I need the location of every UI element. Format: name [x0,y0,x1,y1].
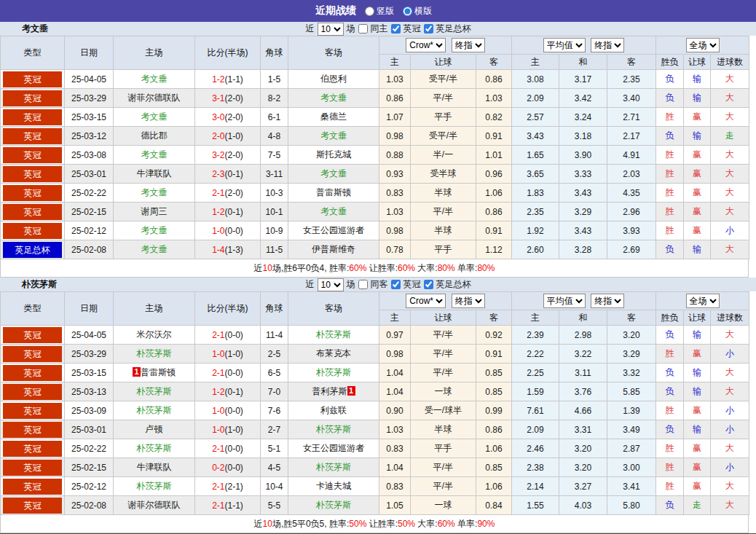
avg-draw-odds: 3.33 [559,165,607,184]
goals-result-cell: 小 [711,401,749,420]
col-header-away: 客场 [288,36,379,70]
horizontal-radio[interactable] [403,7,412,16]
date-cell: 25-02-12 [65,221,114,240]
goals-result-cell: 大 [711,146,749,165]
result-group-header: 全场 [656,36,749,55]
summary-text: 大率: [415,519,438,529]
cup-checkbox[interactable] [424,24,433,34]
sub-header-handicap-result: 让球 [684,310,711,326]
section-header: 朴茨茅斯 近 10 场 同客 英冠 英足总杯 [0,278,756,291]
score-cell: 2-1(0-0) [195,439,261,458]
cup-checkbox[interactable] [424,280,433,289]
date-cell: 25-03-29 [65,345,114,364]
goals-result-cell: 大 [711,203,749,221]
team-label: 谢周三 [141,206,168,216]
league-badge: 英冠 [3,441,62,457]
home-team-cell: 牛津联队 [114,165,195,184]
layout-option-vertical[interactable]: 竖版 [365,5,394,17]
score-cell: 2-1(0-0) [195,326,261,345]
team-label: 卡迪夫城 [316,481,351,491]
handicap-away-odds: 0.84 [476,496,512,515]
result-cell: 胜 [656,221,684,240]
league-checkbox[interactable] [391,280,401,289]
handicap-line: 一球 [411,496,476,515]
same-venue-checkbox[interactable] [358,280,368,289]
handicap-result-cell: 赢 [684,221,711,240]
handicap-home-odds: 0.98 [379,127,411,146]
handicap-away-odds: 0.85 [476,382,512,401]
score-cell: 2-1(1-1) [195,496,261,515]
goals-result-cell: 大 [711,70,749,89]
handicap-line: 平/半 [411,203,476,221]
bookmaker-period-select[interactable]: 终指 [452,38,485,52]
same-venue-checkbox[interactable] [358,24,368,34]
sub-header-home-odds: 主 [379,310,411,326]
handicap-line: 平/半 [411,89,476,108]
away-team-cell: 考文垂 [288,165,379,184]
match-row: 英冠25-03-01牛津联队2-3(0-1)3-11考文垂0.93受半球0.96… [1,165,749,184]
average-select[interactable]: 平均值 [543,294,586,308]
league-cell: 英冠 [1,364,65,382]
league-badge: 英冠 [3,479,62,495]
scope-select[interactable]: 全场 [686,294,720,308]
avg-home-odds: 2.60 [512,240,559,259]
scope-select[interactable]: 全场 [686,38,720,52]
average-period-select[interactable]: 终指 [591,294,624,308]
avg-away-odds: 2.96 [607,203,656,221]
date-cell: 25-02-22 [65,184,114,203]
team-label: 米尔沃尔 [137,329,172,339]
corners-cell: 10-4 [261,477,288,496]
date-cell: 25-03-13 [65,382,114,401]
games-label: 场 [347,278,355,291]
away-team-cell: 朴茨茅斯 [288,496,379,515]
bookmaker-select[interactable]: Crow* [406,38,446,52]
handicap-result-cell: 输 [684,382,711,401]
goals-result-cell: 大 [711,184,749,203]
handicap-away-odds: 1.06 [476,477,512,496]
league-badge: 英冠 [3,498,62,514]
corners-cell: 4-5 [261,458,288,477]
sub-header-avg-away: 客 [607,310,656,326]
goals-result-cell: 大 [711,439,749,458]
avg-away-odds: 3.40 [607,89,656,108]
average-select[interactable]: 平均值 [543,38,586,52]
average-period-select[interactable]: 终指 [591,38,624,52]
team-label: 桑德兰 [320,111,347,122]
handicap-away-odds: 0.91 [476,221,512,240]
away-team-cell: 朴茨茅斯 [288,458,379,477]
bookmaker-period-select[interactable]: 终指 [452,294,485,308]
fulltime-score: 2-3 [212,169,224,179]
fulltime-score: 1-4 [212,245,224,255]
league-cell: 英冠 [1,477,65,496]
same-venue-label: 同主 [371,23,388,35]
avg-draw-odds: 4.03 [559,496,607,515]
corners-cell: 3-11 [261,165,288,184]
team-label: 布莱克本 [316,348,351,358]
layout-option-horizontal[interactable]: 横版 [403,5,432,17]
team-label: 朴茨茅斯 [316,329,351,339]
avg-home-odds: 3.43 [512,127,559,146]
match-row: 英冠25-03-29谢菲尔德联队3-1(2-0)8-2考文垂0.86平/半1.0… [1,89,749,108]
summary-stat-value: 10 [263,263,272,273]
handicap-home-odds: 0.83 [379,184,411,203]
league-cell: 英冠 [1,420,65,439]
halftime-score: (1-1) [225,500,243,511]
matches-table: 类型 日期 主场 比分(半场) 角球 客场 Crow* 终指 平均值 终指 [0,291,749,515]
avg-draw-odds: 3.27 [559,477,607,496]
home-team-cell: 考文垂 [114,108,195,127]
home-team-cell: 考文垂 [114,70,195,89]
score-cell: 1-2(0-1) [195,203,261,221]
result-cell: 负 [656,420,684,439]
match-count-select[interactable]: 10 [318,278,344,291]
avg-draw-odds: 3.43 [559,184,607,203]
league-checkbox[interactable] [391,24,401,34]
home-team-cell: 谢周三 [114,203,195,221]
bookmaker-select[interactable]: Crow* [406,294,446,308]
corners-cell: 6-5 [261,364,288,382]
avg-away-odds: 3.29 [607,345,656,364]
vertical-radio[interactable] [365,7,374,16]
date-cell: 25-02-15 [65,458,114,477]
score-cell: 2-1(0-0) [195,364,261,382]
match-count-select[interactable]: 10 [318,23,344,36]
fulltime-score: 1-0 [212,425,224,435]
